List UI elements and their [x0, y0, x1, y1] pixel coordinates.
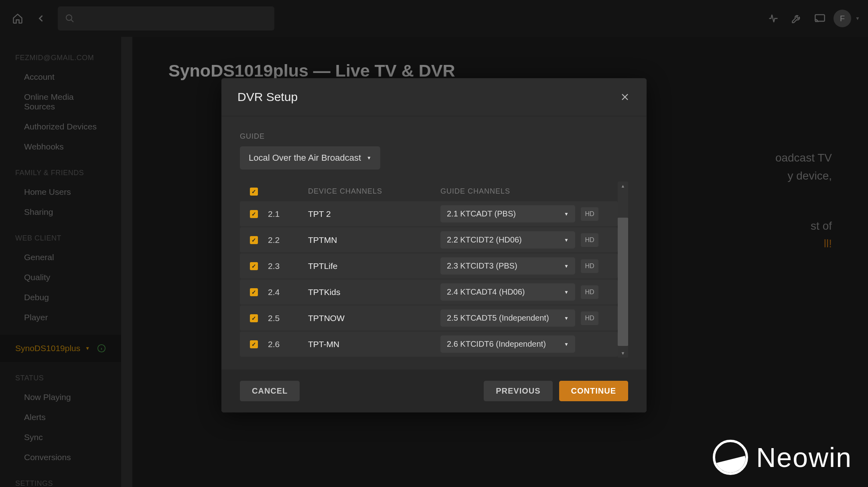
table-row: ✓ 2.3 TPTLife 2.3 KTCIDT3 (PBS) ▼ HD	[240, 253, 618, 279]
row-checkbox[interactable]: ✓	[250, 236, 258, 244]
hd-badge: HD	[581, 233, 598, 247]
guide-select[interactable]: Local Over the Air Broadcast ▼	[240, 146, 380, 170]
hd-badge: HD	[581, 207, 598, 221]
chevron-down-icon: ▼	[564, 237, 569, 243]
dvr-setup-modal: DVR Setup GUIDE Local Over the Air Broad…	[221, 78, 647, 412]
hd-badge: HD	[581, 259, 598, 273]
chevron-down-icon: ▼	[564, 263, 569, 269]
table-row: ✓ 2.2 TPTMN 2.2 KTCIDT2 (HD06) ▼ HD	[240, 227, 618, 253]
table-row: ✓ 2.1 TPT 2 2.1 KTCADT (PBS) ▼ HD	[240, 201, 618, 226]
guide-channel-value: 2.6 KTCIDT6 (Independent)	[447, 339, 546, 349]
channel-number: 2.2	[268, 235, 308, 245]
channel-name: TPTMN	[308, 235, 440, 245]
chevron-down-icon: ▼	[564, 289, 569, 295]
scroll-up-icon[interactable]: ▲	[618, 182, 628, 190]
col-guide-channels: GUIDE CHANNELS	[440, 187, 581, 196]
channel-number: 2.1	[268, 209, 308, 219]
continue-button[interactable]: CONTINUE	[559, 381, 628, 401]
chevron-down-icon: ▼	[564, 211, 569, 217]
guide-channel-select[interactable]: 2.4 KTCADT4 (HD06) ▼	[440, 283, 575, 301]
channel-name: TPT-MN	[308, 339, 440, 349]
guide-channel-select[interactable]: 2.2 KTCIDT2 (HD06) ▼	[440, 231, 575, 249]
scrollbar-thumb[interactable]	[618, 218, 628, 346]
watermark: Neowin	[713, 440, 852, 475]
close-button[interactable]	[619, 91, 631, 103]
modal-title: DVR Setup	[237, 90, 298, 104]
channel-number: 2.5	[268, 313, 308, 323]
previous-button[interactable]: PREVIOUS	[484, 381, 552, 401]
modal-overlay: DVR Setup GUIDE Local Over the Air Broad…	[0, 0, 868, 487]
guide-channel-value: 2.2 KTCIDT2 (HD06)	[447, 235, 522, 245]
table-row: ✓ 2.4 TPTKids 2.4 KTCADT4 (HD06) ▼ HD	[240, 279, 618, 305]
guide-channel-select[interactable]: 2.1 KTCADT (PBS) ▼	[440, 205, 575, 222]
table-row: ✓ 2.5 TPTNOW 2.5 KTCADT5 (Independent) ▼…	[240, 305, 618, 331]
row-checkbox[interactable]: ✓	[250, 262, 258, 270]
channel-number: 2.4	[268, 287, 308, 297]
channels-table: ✓ DEVICE CHANNELS GUIDE CHANNELS ✓ 2.1 T…	[240, 182, 618, 358]
row-checkbox[interactable]: ✓	[250, 210, 258, 218]
cancel-button[interactable]: CANCEL	[240, 381, 300, 401]
watermark-logo-icon	[713, 440, 748, 475]
channel-name: TPTKids	[308, 287, 440, 297]
row-checkbox[interactable]: ✓	[250, 288, 258, 296]
guide-channel-select[interactable]: 2.3 KTCIDT3 (PBS) ▼	[440, 257, 575, 275]
guide-channel-value: 2.3 KTCIDT3 (PBS)	[447, 261, 517, 271]
hd-badge: HD	[581, 285, 598, 299]
guide-label: GUIDE	[240, 132, 628, 141]
guide-channel-select[interactable]: 2.6 KTCIDT6 (Independent) ▼	[440, 335, 575, 353]
channel-name: TPT 2	[308, 209, 440, 219]
channel-number: 2.6	[268, 339, 308, 349]
close-icon	[619, 91, 631, 103]
channel-name: TPTNOW	[308, 313, 440, 323]
row-checkbox[interactable]: ✓	[250, 340, 258, 348]
table-scrollbar[interactable]: ▲ ▼	[618, 182, 628, 358]
chevron-down-icon: ▼	[564, 315, 569, 321]
chevron-down-icon: ▼	[564, 342, 569, 347]
watermark-text: Neowin	[756, 442, 852, 473]
table-header: ✓ DEVICE CHANNELS GUIDE CHANNELS	[240, 182, 618, 201]
row-checkbox[interactable]: ✓	[250, 314, 258, 322]
chevron-down-icon: ▼	[367, 155, 371, 161]
guide-channel-select[interactable]: 2.5 KTCADT5 (Independent) ▼	[440, 309, 575, 327]
channel-number: 2.3	[268, 261, 308, 271]
guide-channel-value: 2.1 KTCADT (PBS)	[447, 209, 516, 218]
hd-badge: HD	[581, 311, 598, 325]
select-all-checkbox[interactable]: ✓	[250, 188, 258, 196]
guide-select-value: Local Over the Air Broadcast	[249, 153, 361, 163]
guide-channel-value: 2.4 KTCADT4 (HD06)	[447, 287, 525, 297]
scroll-down-icon[interactable]: ▼	[618, 349, 628, 358]
channel-name: TPTLife	[308, 261, 440, 271]
guide-channel-value: 2.5 KTCADT5 (Independent)	[447, 313, 549, 323]
table-row: ✓ 2.6 TPT-MN 2.6 KTCIDT6 (Independent) ▼	[240, 331, 618, 357]
col-device-channels: DEVICE CHANNELS	[308, 187, 440, 196]
